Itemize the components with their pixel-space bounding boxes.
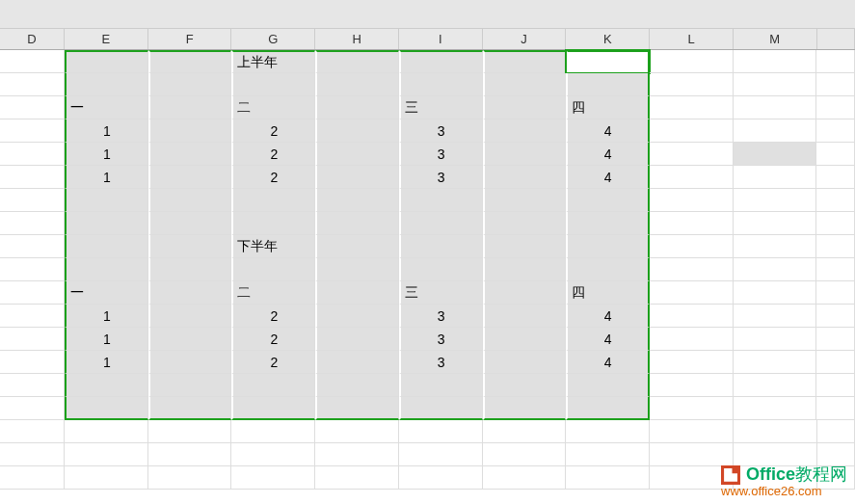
cell-H11[interactable]	[315, 281, 399, 305]
cell-I4[interactable]: 3	[399, 119, 483, 143]
cell-F14[interactable]	[148, 351, 232, 374]
cell-L14[interactable]	[650, 351, 734, 374]
cell-M3[interactable]	[734, 96, 817, 119]
cell-G14[interactable]: 2	[231, 351, 315, 374]
cell-E16[interactable]	[65, 397, 148, 420]
cell-E15[interactable]	[65, 374, 148, 397]
cell-D2[interactable]	[0, 73, 65, 96]
cell-F9[interactable]	[148, 235, 232, 258]
cell-K17[interactable]	[566, 420, 650, 443]
cell-M10[interactable]	[734, 258, 817, 281]
cell-I7[interactable]	[399, 189, 483, 212]
cell-J10[interactable]	[483, 258, 567, 281]
col-header-F[interactable]: F	[148, 29, 232, 49]
cell-K12[interactable]: 4	[566, 305, 650, 328]
cell-E3[interactable]: 一	[65, 96, 148, 119]
cell-M4[interactable]	[734, 119, 817, 143]
cell-H8[interactable]	[315, 212, 399, 235]
cell-G4[interactable]: 2	[231, 119, 315, 143]
cell-N1[interactable]	[816, 50, 854, 73]
cell-N14[interactable]	[816, 351, 854, 374]
cell-J2[interactable]	[483, 73, 567, 96]
cell-L6[interactable]	[650, 166, 734, 189]
cell-D15[interactable]	[0, 374, 65, 397]
cell-K2[interactable]	[566, 73, 650, 96]
cell-F3[interactable]	[148, 96, 232, 119]
cell-K3[interactable]: 四	[566, 96, 650, 119]
cell-N16[interactable]	[816, 397, 854, 420]
cell-F16[interactable]	[148, 397, 232, 420]
cell-J12[interactable]	[483, 305, 567, 328]
cell-N6[interactable]	[816, 166, 854, 189]
cell-E18[interactable]	[65, 443, 148, 466]
cell-I10[interactable]	[399, 258, 483, 281]
cell-H18[interactable]	[315, 443, 399, 466]
col-header-G[interactable]: G	[231, 29, 315, 49]
cell-D10[interactable]	[0, 258, 65, 281]
cell-K4[interactable]: 4	[566, 119, 650, 143]
cell-J17[interactable]	[483, 420, 567, 443]
cell-H14[interactable]	[315, 351, 399, 374]
cell-K15[interactable]	[566, 374, 650, 397]
cell-I16[interactable]	[399, 397, 483, 420]
cell-K5[interactable]: 4	[566, 143, 650, 166]
col-header-I[interactable]: I	[399, 29, 483, 49]
cell-K19[interactable]	[566, 466, 650, 490]
cell-D8[interactable]	[0, 212, 65, 235]
cell-G6[interactable]: 2	[231, 166, 315, 189]
cell-G17[interactable]	[231, 420, 315, 443]
cell-M6[interactable]	[734, 166, 817, 189]
cell-D14[interactable]	[0, 351, 65, 374]
cell-G10[interactable]	[231, 258, 315, 281]
cell-E8[interactable]	[65, 212, 148, 235]
cell-G12[interactable]: 2	[231, 305, 315, 328]
cell-J1[interactable]	[483, 50, 567, 73]
col-header-H[interactable]: H	[315, 29, 399, 49]
cell-L13[interactable]	[650, 328, 734, 351]
cell-E10[interactable]	[65, 258, 148, 281]
cell-L10[interactable]	[650, 258, 734, 281]
cell-I6[interactable]: 3	[399, 166, 483, 189]
cell-N3[interactable]	[816, 96, 854, 119]
cell-N4[interactable]	[816, 119, 854, 143]
cell-D11[interactable]	[0, 281, 65, 305]
cell-M9[interactable]	[734, 235, 817, 258]
cell-J19[interactable]	[483, 466, 567, 490]
cell-M12[interactable]	[734, 305, 817, 328]
cell-I18[interactable]	[399, 443, 483, 466]
spreadsheet-grid[interactable]: D E F G H I J K L M 上半年	[0, 29, 855, 504]
cell-J16[interactable]	[483, 397, 567, 420]
cell-G19[interactable]	[231, 466, 315, 490]
cell-K6[interactable]: 4	[566, 166, 650, 189]
cell-M7[interactable]	[734, 189, 817, 212]
col-header-K[interactable]: K	[566, 29, 650, 49]
cell-E2[interactable]	[65, 73, 148, 96]
cell-I12[interactable]: 3	[399, 305, 483, 328]
cell-L9[interactable]	[650, 235, 734, 258]
cell-F10[interactable]	[148, 258, 232, 281]
cell-F13[interactable]	[148, 328, 232, 351]
cell-L12[interactable]	[650, 305, 734, 328]
cell-F2[interactable]	[148, 73, 232, 96]
cell-G7[interactable]	[231, 189, 315, 212]
cell-E13[interactable]: 1	[65, 328, 148, 351]
cell-N9[interactable]	[816, 235, 854, 258]
cell-K11[interactable]: 四	[566, 281, 650, 305]
cell-I13[interactable]: 3	[399, 328, 483, 351]
cell-J3[interactable]	[483, 96, 567, 119]
cell-E5[interactable]: 1	[65, 143, 148, 166]
cell-D1[interactable]	[0, 50, 65, 73]
cell-J5[interactable]	[483, 143, 567, 166]
cell-D7[interactable]	[0, 189, 65, 212]
cell-I1[interactable]	[399, 50, 483, 73]
cell-L15[interactable]	[650, 374, 734, 397]
cell-N18[interactable]	[817, 443, 855, 466]
cell-M8[interactable]	[734, 212, 817, 235]
cell-G2[interactable]	[231, 73, 315, 96]
col-header-E[interactable]: E	[65, 29, 148, 49]
cell-F15[interactable]	[148, 374, 232, 397]
cell-G1[interactable]: 上半年	[231, 50, 315, 73]
cell-H2[interactable]	[315, 73, 399, 96]
cell-L2[interactable]	[650, 73, 734, 96]
cell-E6[interactable]: 1	[65, 166, 148, 189]
